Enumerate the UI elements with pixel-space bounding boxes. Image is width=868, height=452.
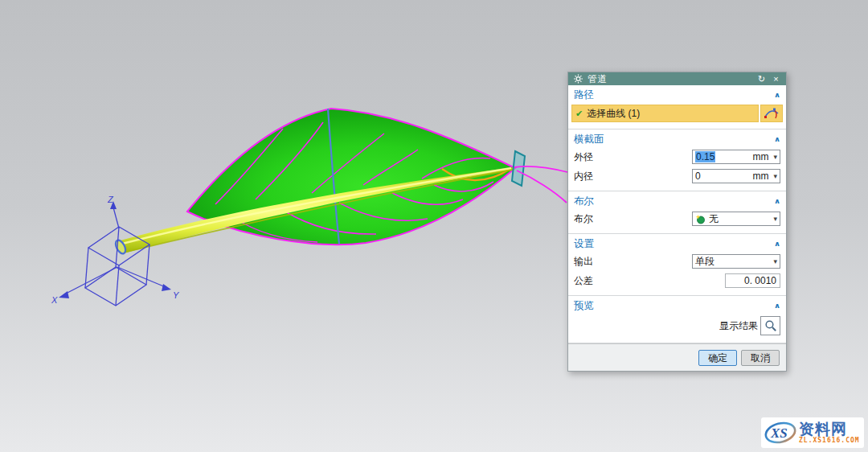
ok-button[interactable]: 确定 xyxy=(698,350,737,366)
output-value: 单段 xyxy=(695,255,772,269)
inner-diameter-input[interactable]: 0 mm ▾ xyxy=(692,169,780,183)
gear-icon xyxy=(573,74,583,84)
chevron-up-icon[interactable]: ∧ xyxy=(774,197,780,204)
dialog-footer: 确定 取消 xyxy=(568,343,786,371)
select-curve-field[interactable]: ✔ 选择曲线 (1) xyxy=(571,105,759,122)
outer-diameter-unit: mm xyxy=(752,151,772,162)
application-window: X Y Z 管道 ↻ × 路径 xyxy=(0,0,868,452)
show-result-row: 显示结果 xyxy=(568,314,786,338)
group-path-header[interactable]: 路径 ∧ xyxy=(568,87,786,103)
group-boolean-title: 布尔 xyxy=(574,195,594,208)
inner-diameter-label: 内径 xyxy=(574,170,692,183)
dropdown-caret-icon[interactable]: ▾ xyxy=(773,257,777,265)
chevron-up-icon[interactable]: ∧ xyxy=(774,135,780,142)
group-cross-section: 横截面 ∧ 外径 0.15 mm ▾ 内径 0 mm ▾ xyxy=(568,129,786,191)
watermark-logo: XS xyxy=(764,419,797,446)
chevron-up-icon[interactable]: ∧ xyxy=(774,240,780,247)
tube-dialog: 管道 ↻ × 路径 ∧ ✔ 选择曲线 (1) xyxy=(567,72,787,372)
tolerance-label: 公差 xyxy=(574,274,725,288)
watermark-text: 资料网 ZL.XS1616.COM xyxy=(799,421,860,444)
tolerance-value[interactable]: 0. 0010 xyxy=(744,275,776,286)
curve-select-button[interactable] xyxy=(760,105,783,122)
watermark-site-name: 资料网 xyxy=(799,421,860,437)
z-axis-label: Z xyxy=(107,195,114,204)
csys-axis-labels: X Y Z xyxy=(51,195,179,305)
outer-diameter-row: 外径 0.15 mm ▾ xyxy=(568,147,786,166)
output-dropdown[interactable]: 单段 ▾ xyxy=(692,254,780,269)
close-icon[interactable]: × xyxy=(771,72,781,85)
y-axis-label: Y xyxy=(173,290,179,300)
x-axis-label: X xyxy=(51,295,58,305)
curve-icon xyxy=(764,107,780,120)
datum-csys[interactable]: X Y Z xyxy=(51,195,179,306)
csys-axes xyxy=(59,201,171,298)
check-icon: ✔ xyxy=(575,109,583,119)
group-boolean-header[interactable]: 布尔 ∧ xyxy=(568,193,786,209)
group-settings-title: 设置 xyxy=(574,237,594,251)
group-settings-header[interactable]: 设置 ∧ xyxy=(568,236,786,252)
boolean-value: 无 xyxy=(709,212,772,226)
watermark-monogram: XS xyxy=(770,425,788,441)
group-preview: 预览 ∧ 显示结果 xyxy=(568,296,786,343)
boolean-dropdown[interactable]: 无 ▾ xyxy=(692,212,780,226)
boolean-label: 布尔 xyxy=(574,212,692,226)
boolean-row: 布尔 无 ▾ xyxy=(568,209,786,228)
group-path-title: 路径 xyxy=(574,88,594,102)
inner-diameter-value[interactable]: 0 xyxy=(695,171,701,182)
select-curve-row: ✔ 选择曲线 (1) xyxy=(571,105,783,122)
outer-diameter-value[interactable]: 0.15 xyxy=(695,151,715,162)
outer-diameter-label: 外径 xyxy=(574,150,692,164)
tolerance-row: 公差 0. 0010 xyxy=(568,271,786,290)
x-axis-arrow xyxy=(59,291,69,298)
y-axis-arrow xyxy=(162,284,171,291)
unit-dropdown-icon[interactable]: ▾ xyxy=(773,172,777,180)
group-preview-title: 预览 xyxy=(574,299,594,313)
dropdown-caret-icon[interactable]: ▾ xyxy=(773,215,777,223)
datum-plane[interactable] xyxy=(512,151,525,186)
group-cross-section-header[interactable]: 横截面 ∧ xyxy=(568,131,786,147)
outer-diameter-input[interactable]: 0.15 mm ▾ xyxy=(692,150,780,164)
watermark-site-url: ZL.XS1616.COM xyxy=(799,437,860,444)
group-settings: 设置 ∧ 输出 单段 ▾ 公差 0. 0010 xyxy=(568,234,786,296)
show-result-label: 显示结果 xyxy=(719,319,758,333)
magnifier-icon xyxy=(764,319,777,332)
inner-diameter-unit: mm xyxy=(752,171,772,182)
chevron-up-icon[interactable]: ∧ xyxy=(774,302,780,309)
dialog-titlebar[interactable]: 管道 ↻ × xyxy=(568,72,786,85)
unit-dropdown-icon[interactable]: ▾ xyxy=(773,153,777,161)
reset-icon[interactable]: ↻ xyxy=(756,72,767,85)
dialog-title: 管道 xyxy=(588,73,752,85)
boolean-none-icon xyxy=(695,214,706,224)
group-cross-section-title: 横截面 xyxy=(574,133,604,146)
group-preview-header[interactable]: 预览 ∧ xyxy=(568,298,786,314)
inner-diameter-row: 内径 0 mm ▾ xyxy=(568,166,786,186)
cancel-button[interactable]: 取消 xyxy=(741,350,780,366)
output-row: 输出 单段 ▾ xyxy=(568,252,786,271)
chevron-up-icon[interactable]: ∧ xyxy=(774,91,780,98)
show-result-button[interactable] xyxy=(760,316,780,335)
output-label: 输出 xyxy=(574,255,692,269)
select-curve-label: 选择曲线 (1) xyxy=(587,107,640,121)
group-boolean: 布尔 ∧ 布尔 无 ▾ xyxy=(568,191,786,234)
group-path: 路径 ∧ ✔ 选择曲线 (1) xyxy=(568,85,786,129)
tolerance-input[interactable]: 0. 0010 xyxy=(725,273,780,288)
watermark: XS 资料网 ZL.XS1616.COM xyxy=(761,417,864,448)
